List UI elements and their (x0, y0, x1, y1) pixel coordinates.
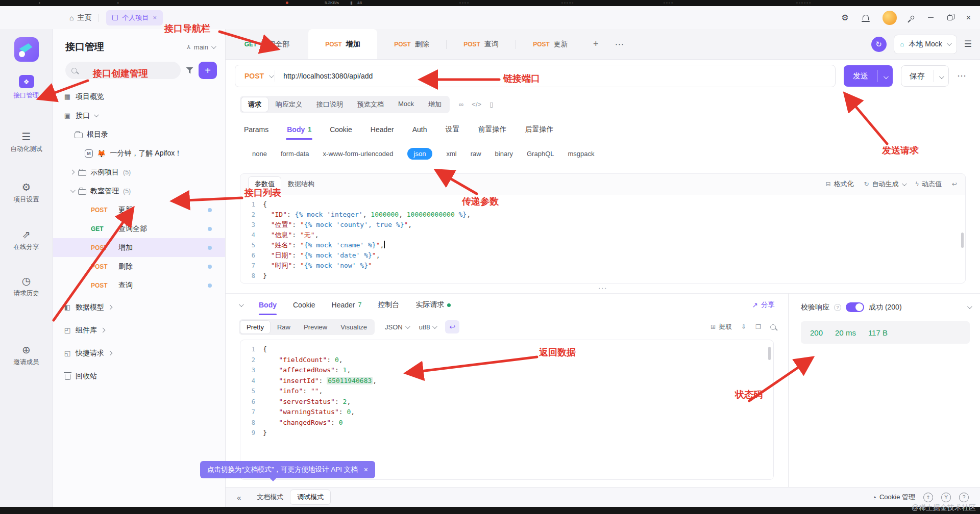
more-actions-icon[interactable]: ⋯ (957, 70, 971, 82)
resp-tab-header[interactable]: Header 7 (332, 294, 362, 316)
view-raw[interactable]: Raw (271, 321, 297, 333)
scrollbar[interactable] (961, 233, 964, 248)
extract-button[interactable]: ⊞ 提取 (710, 322, 732, 331)
close-tab-icon[interactable]: × (153, 14, 157, 21)
request-json-editor[interactable]: 1{2 "ID": {% mock 'integer', 1000000, 10… (240, 195, 965, 283)
format-select[interactable]: JSON (385, 323, 409, 331)
tree-api-delete[interactable]: POST 删除 (53, 257, 225, 276)
wrap-lines-icon[interactable]: ↩ (952, 181, 957, 188)
collapse-response-icon[interactable] (239, 302, 244, 307)
hook-icon[interactable]: Y (941, 493, 951, 502)
filter-icon[interactable] (186, 67, 193, 74)
tab-post-ops[interactable]: 后置操作 (525, 116, 554, 143)
view-visualize[interactable]: Visualize (334, 321, 373, 333)
collapse-sidebar-icon[interactable]: « (237, 493, 240, 502)
search-icon[interactable] (770, 324, 776, 330)
add-api-button[interactable]: + (199, 62, 217, 79)
tree-item-project-overview[interactable]: ▦ 项目概览 (53, 87, 225, 106)
editor-tab-data-structure[interactable]: 数据结构 (282, 177, 321, 191)
link-icon[interactable]: ∞ (459, 100, 463, 108)
avatar[interactable] (883, 11, 897, 25)
tab-auth[interactable]: Auth (412, 116, 427, 143)
bodytype-msgpack[interactable]: msgpack (568, 150, 594, 158)
wrap-lines-icon[interactable]: ↩ (445, 320, 459, 333)
pane-splitter[interactable]: ⋯ (226, 284, 980, 293)
resp-tab-console[interactable]: 控制台 (378, 294, 399, 316)
resp-tab-cookie[interactable]: Cookie (293, 294, 315, 316)
project-tab[interactable]: 个人项目 × (106, 10, 163, 25)
download-icon[interactable]: ⇩ (741, 323, 746, 330)
mode-debug[interactable]: 调试模式 (290, 490, 331, 505)
bodytype-json[interactable]: json (407, 148, 433, 160)
bodytype-graphql[interactable]: GraphQL (527, 150, 554, 158)
tab-pre-ops[interactable]: 前置操作 (478, 116, 507, 143)
send-dropdown-icon[interactable] (878, 72, 893, 81)
maximize-icon[interactable] (947, 15, 952, 20)
resp-tab-body[interactable]: Body (259, 294, 277, 316)
sync-icon[interactable]: ↻ (871, 37, 887, 52)
pin-icon[interactable] (910, 15, 915, 20)
tree-item-component-lib[interactable]: ◰ 组件库 (53, 321, 225, 340)
tree-folder-classroom[interactable]: 教室管理 (5) (53, 182, 225, 200)
share-button[interactable]: ↗ 分享 (752, 300, 775, 310)
doc-tab-add[interactable]: 增加 (422, 97, 448, 112)
api-tab-add[interactable]: POST 增加 (308, 29, 377, 59)
send-button[interactable]: 发送 (844, 65, 893, 87)
bodytype-form-data[interactable]: form-data (281, 150, 309, 158)
code-icon[interactable]: </> (472, 100, 481, 108)
close-icon[interactable]: × (966, 14, 971, 22)
save-button[interactable]: 保存 (901, 65, 949, 87)
env-selector[interactable]: ⌂ 本地 Mock (894, 35, 957, 54)
response-json-viewer[interactable]: 1{2 "fieldCount": 0,3 "affectedRows": 1,… (240, 340, 774, 480)
tree-doc-intro[interactable]: M 🦊 一分钟，了解 Apifox！ (53, 144, 225, 163)
dynamic-value-button[interactable]: ϟ 动态值 (916, 179, 942, 189)
chevron-down-icon[interactable] (967, 304, 972, 309)
doc-tab-api-desc[interactable]: 接口说明 (310, 97, 350, 112)
method-select[interactable]: POST (235, 72, 269, 80)
doc-tab-request[interactable]: 请求 (241, 97, 268, 112)
tree-folder-example[interactable]: 示例项目 (5) (53, 163, 225, 182)
bodytype-raw[interactable]: raw (471, 150, 481, 158)
format-button[interactable]: ⊟ 格式化 (825, 179, 853, 189)
charset-select[interactable]: utf8 (419, 323, 436, 331)
copy-icon[interactable]: ❐ (755, 323, 761, 330)
bell-icon[interactable] (863, 15, 869, 20)
bodytype-binary[interactable]: binary (495, 150, 513, 158)
menu-icon[interactable]: ☰ (964, 39, 972, 49)
tree-item-data-model[interactable]: ◧ 数据模型 (53, 298, 225, 317)
doc-tab-mock[interactable]: Mock (391, 97, 421, 112)
minimize-icon[interactable] (928, 17, 934, 18)
rail-item-project-settings[interactable]: ⚙ 项目设置 (14, 182, 39, 204)
autogen-button[interactable]: ↻ 自动生成 (864, 179, 905, 189)
bodytype-none[interactable]: none (252, 150, 267, 158)
help-icon[interactable]: ? (834, 304, 841, 311)
tree-item-quick-request[interactable]: ◱ 快捷请求 (53, 344, 225, 363)
cookie-manage-button[interactable]: ◔ Cookie 管理 (872, 493, 915, 502)
rail-item-invite-member[interactable]: ⊕ 邀请成员 (14, 345, 39, 367)
rail-item-api-manage[interactable]: ❖ 接口管理 (14, 75, 39, 100)
tab-cookie[interactable]: Cookie (330, 116, 352, 143)
branch-selector[interactable]: Y main (187, 43, 215, 51)
view-preview[interactable]: Preview (298, 321, 333, 333)
mode-doc[interactable]: 文档模式 (250, 490, 290, 504)
tree-api-query[interactable]: POST 查询 (53, 276, 225, 295)
tab-more-button[interactable]: ⋯ (607, 29, 632, 59)
doc-tab-response-def[interactable]: 响应定义 (269, 97, 309, 112)
publish-icon[interactable]: ↥ (923, 493, 933, 502)
tree-item-trash[interactable]: 回收站 (53, 367, 225, 386)
new-tab-button[interactable]: + (585, 29, 607, 59)
rail-item-request-history[interactable]: ◷ 请求历史 (14, 276, 39, 298)
doc-tab-preview[interactable]: 预览文档 (351, 97, 390, 112)
device-icon[interactable]: ▯ (489, 100, 493, 108)
tree-api-query-all[interactable]: GET 查询全部 (53, 219, 225, 238)
api-tab-query[interactable]: POST 查询 (447, 29, 516, 59)
rail-item-online-share[interactable]: ⇗ 在线分享 (14, 229, 39, 251)
tab-settings[interactable]: 设置 (446, 116, 460, 143)
tree-api-update[interactable]: POST 更新 (53, 200, 225, 219)
home-tab[interactable]: ⌂ 主页 (69, 13, 91, 22)
gear-icon[interactable]: ⚙ (841, 13, 848, 22)
api-tab-update[interactable]: POST 更新 (516, 29, 585, 59)
api-tab-query-all[interactable]: GET 查询全部 (226, 29, 308, 59)
tree-folder-root[interactable]: 根目录 (53, 125, 225, 144)
apifox-logo[interactable] (14, 37, 39, 62)
